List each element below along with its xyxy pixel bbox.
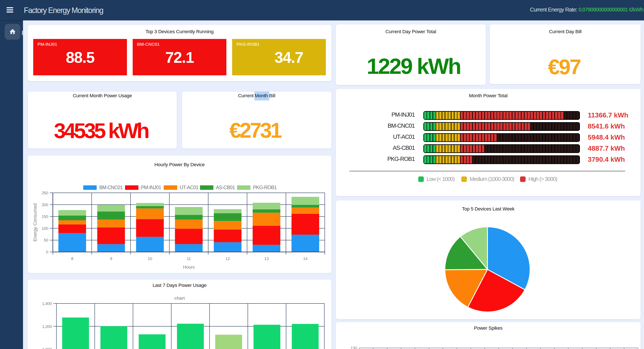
svg-text:200: 200 — [42, 203, 48, 207]
svg-text:9: 9 — [110, 256, 112, 261]
svg-text:11: 11 — [187, 256, 191, 261]
svg-text:1,200: 1,200 — [42, 324, 52, 329]
svg-text:130: 130 — [350, 346, 357, 349]
svg-text:14: 14 — [303, 256, 308, 261]
svg-text:13: 13 — [264, 256, 269, 261]
svg-text:0: 0 — [46, 250, 48, 254]
svg-text:50: 50 — [44, 238, 48, 242]
svg-text:PM-INJ01: PM-INJ01 — [141, 185, 161, 190]
svg-text:Hours: Hours — [183, 265, 195, 269]
svg-text:Energy Consumed: Energy Consumed — [32, 203, 38, 241]
svg-text:PKG-ROB1: PKG-ROB1 — [253, 185, 277, 190]
svg-text:250: 250 — [42, 191, 48, 195]
svg-text:BM-CNC01: BM-CNC01 — [99, 185, 123, 190]
svg-text:100: 100 — [42, 226, 48, 231]
svg-text:AS-CB01: AS-CB01 — [216, 185, 235, 190]
svg-text:10: 10 — [148, 256, 152, 261]
svg-text:UT-AC01: UT-AC01 — [180, 185, 198, 190]
svg-text:8: 8 — [71, 256, 73, 261]
svg-text:1,400: 1,400 — [42, 301, 52, 306]
svg-text:1,000: 1,000 — [42, 347, 52, 349]
svg-text:12: 12 — [226, 256, 230, 261]
svg-text:150: 150 — [42, 214, 48, 219]
